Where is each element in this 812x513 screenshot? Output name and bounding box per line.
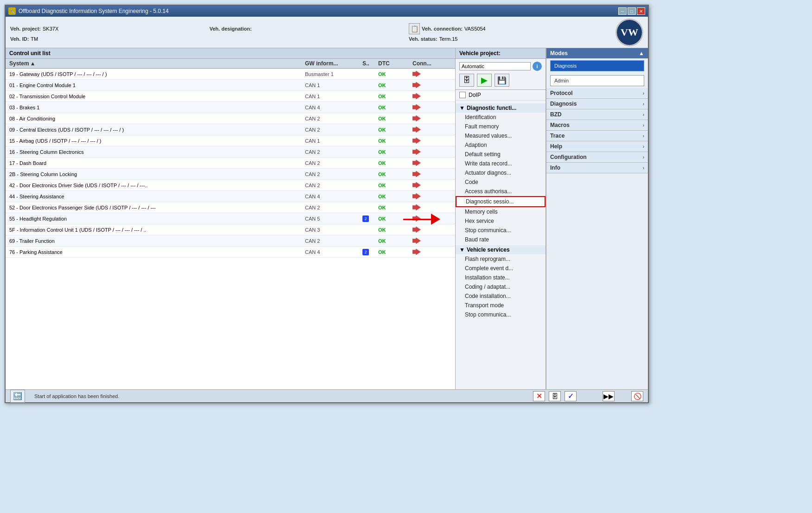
conn-icon <box>412 204 421 211</box>
row-system-name: 69 - Trailer Function <box>9 238 303 244</box>
tree-item[interactable]: Measured values... <box>456 131 546 140</box>
tree-item[interactable]: Flash reprogram... <box>456 254 546 264</box>
tree-item[interactable]: Stop communica... <box>456 226 546 235</box>
row-conn <box>412 249 440 255</box>
tree-item[interactable]: Coding / adaptat... <box>456 282 546 291</box>
tree-item[interactable]: Actuator diagnos... <box>456 168 546 177</box>
col-dtc: DTC <box>378 60 411 67</box>
vehicle-project-dropdown[interactable]: Automatic <box>459 62 531 70</box>
tree-item-label: Code installation... <box>465 293 511 299</box>
doip-checkbox[interactable] <box>459 92 466 98</box>
play-button[interactable]: ▶ <box>477 74 492 87</box>
minimize-button[interactable]: ─ <box>618 7 627 15</box>
row-gw-info: Busmaster 1 <box>305 71 361 77</box>
tree-item[interactable]: Stop communica... <box>456 310 546 319</box>
table-row[interactable]: 55 - Headlight Regulation CAN 5 2 OK <box>6 213 455 224</box>
tree-item[interactable]: Identification <box>456 113 546 122</box>
table-row[interactable]: 08 - Air Conditioning CAN 2 OK <box>6 113 455 124</box>
veh-id-value: TM <box>31 36 38 42</box>
tree-item[interactable]: Baud rate <box>456 235 546 244</box>
tree-item[interactable]: Access authorisa... <box>456 187 546 196</box>
mode-section-header[interactable]: Macros › <box>546 120 648 130</box>
tree-item[interactable]: Hex service <box>456 216 546 226</box>
table-body[interactable]: 19 - Gateway (UDS / ISOTP / --- / --- / … <box>6 69 455 389</box>
admin-mode-button[interactable]: Admin <box>550 75 644 86</box>
collapse-icon: ▼ <box>459 247 465 253</box>
veh-designation-field: Veh. designation: <box>209 23 407 34</box>
check-status-button[interactable]: ✓ <box>565 391 577 401</box>
diag-functions-section: ▼Diagnostic functi...IdentificationFault… <box>456 103 546 244</box>
tree-item[interactable]: Adaption <box>456 140 546 150</box>
tree-item[interactable]: Code <box>456 177 546 187</box>
mode-section-diagnosis: Diagnosis › <box>546 99 648 109</box>
mode-section-header[interactable]: Protocol › <box>546 88 648 98</box>
tree-item-label: Coding / adaptat... <box>465 284 510 290</box>
row-system-name: 08 - Air Conditioning <box>9 116 303 121</box>
db-button[interactable]: 🗄 <box>459 74 474 87</box>
conn-icon <box>412 149 421 155</box>
edit-icon[interactable]: 📋 <box>409 23 420 34</box>
table-row[interactable]: 42 - Door Electronics Driver Side (UDS /… <box>6 180 455 191</box>
tree-item-label: Identification <box>465 114 496 120</box>
cancel-red-button[interactable]: ✕ <box>533 391 545 401</box>
save-button[interactable]: 💾 <box>495 74 509 87</box>
table-header: System ▲ GW inform... S.. DTC Conn... <box>6 59 455 69</box>
table-row[interactable]: 02 - Transmission Control Module CAN 1 O… <box>6 91 455 102</box>
row-system-name: 55 - Headlight Regulation <box>9 216 303 222</box>
table-row[interactable]: 76 - Parking Assistance CAN 4 2 OK <box>6 247 455 258</box>
table-row[interactable]: 5F - Information Control Unit 1 (UDS / I… <box>6 224 455 235</box>
tree-item[interactable]: Write data record... <box>456 159 546 168</box>
stop-button[interactable]: 🚫 <box>631 391 643 401</box>
col-system: System ▲ <box>9 60 303 67</box>
tree-item[interactable]: Diagnostic sessio... <box>456 196 546 207</box>
diagnosis-mode-button[interactable]: Diagnosis <box>550 60 644 71</box>
tree-item-label: Installation state... <box>465 274 510 281</box>
tree-item[interactable]: Complete event d... <box>456 264 546 273</box>
table-row[interactable]: 01 - Engine Control Module 1 CAN 1 OK <box>6 80 455 91</box>
statusbar-controls: ✕ 🗄 ✓ ▶▶ 🚫 <box>533 391 643 401</box>
table-row[interactable]: 09 - Central Electrics (UDS / ISOTP / --… <box>6 124 455 135</box>
tree-item[interactable]: Transport mode <box>456 301 546 310</box>
diagnostic-tree[interactable]: ▼Diagnostic functi...IdentificationFault… <box>456 101 546 389</box>
mode-section-header[interactable]: Trace › <box>546 131 648 141</box>
tree-item[interactable]: Installation state... <box>456 273 546 282</box>
row-conn <box>412 238 440 244</box>
diag-functions-header[interactable]: ▼Diagnostic functi... <box>456 103 546 113</box>
dropdown-row: Automatic i <box>459 62 542 71</box>
tree-item[interactable]: Memory cells <box>456 207 546 216</box>
row-gw-info: CAN 1 <box>305 138 361 144</box>
mode-section-header[interactable]: Configuration › <box>546 152 648 162</box>
row-gw-info: CAN 2 <box>305 160 361 166</box>
mode-section-header[interactable]: Help › <box>546 141 648 152</box>
info-button[interactable]: i <box>533 62 542 71</box>
table-row[interactable]: 69 - Trailer Function CAN 2 OK <box>6 235 455 247</box>
db-status-button[interactable]: 🗄 <box>549 391 561 401</box>
vehicle-services-section: ▼Vehicle servicesFlash reprogram...Compl… <box>456 245 546 319</box>
tree-item[interactable]: Code installation... <box>456 291 546 301</box>
mode-section-header[interactable]: BZD › <box>546 109 648 120</box>
mode-section-header[interactable]: Diagnosis › <box>546 99 648 109</box>
tree-item-label: Stop communica... <box>465 311 511 318</box>
table-row[interactable]: 2B - Steering Column Locking CAN 2 OK <box>6 169 455 180</box>
mode-section-header[interactable]: Info › <box>546 163 648 173</box>
table-row[interactable]: 03 - Brakes 1 CAN 4 OK <box>6 102 455 113</box>
close-button[interactable]: ✕ <box>637 7 645 15</box>
table-row[interactable]: 52 - Door Electronics Passenger Side (UD… <box>6 202 455 213</box>
maximize-button[interactable]: □ <box>628 7 636 15</box>
back-icon[interactable]: 🔙 <box>10 390 25 403</box>
conn-icon <box>412 82 421 89</box>
vehicle-services-header[interactable]: ▼Vehicle services <box>456 245 546 254</box>
veh-project-value: SK37X <box>43 26 58 32</box>
table-row[interactable]: 16 - Steering Column Electronics CAN 2 O… <box>6 146 455 158</box>
table-row[interactable]: 44 - Steering Assistance CAN 4 OK <box>6 191 455 202</box>
veh-status-label: Veh. status: <box>409 36 438 42</box>
table-row[interactable]: 17 - Dash Board CAN 2 OK <box>6 158 455 169</box>
tree-item[interactable]: Fault memory <box>456 122 546 131</box>
table-row[interactable]: 15 - Airbag (UDS / ISOTP / --- / --- / -… <box>6 135 455 146</box>
forward-button[interactable]: ▶▶ <box>603 391 615 401</box>
title-bar-controls: ─ □ ✕ <box>618 7 645 15</box>
veh-project-field: Veh. project: SK37X <box>10 23 208 34</box>
table-row[interactable]: 19 - Gateway (UDS / ISOTP / --- / --- / … <box>6 69 455 80</box>
row-conn <box>412 138 440 144</box>
tree-item[interactable]: Default setting <box>456 150 546 159</box>
